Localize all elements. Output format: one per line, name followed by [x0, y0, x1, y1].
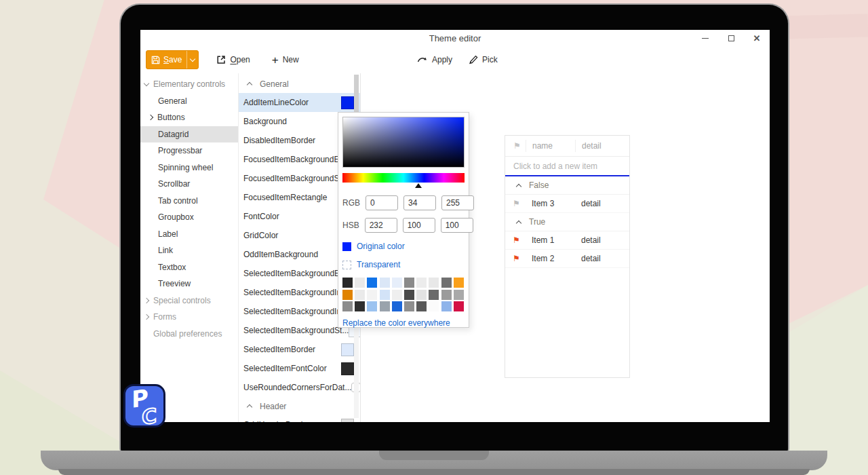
property-name: UseRoundedCornersForDat... — [243, 383, 351, 392]
chevron-up-icon — [516, 183, 521, 189]
palette-color-0-6[interactable] — [416, 278, 427, 288]
palette-color-2-1[interactable] — [355, 301, 365, 311]
replace-color-link[interactable]: Replace the color everywhere — [342, 318, 465, 328]
plus-icon: + — [272, 54, 279, 66]
hsb-s-field[interactable] — [403, 218, 435, 233]
sidebar-item-link[interactable]: Link — [140, 242, 238, 259]
property-row-selecteditemborder[interactable]: SelectedItemBorder — [239, 340, 360, 359]
palette-color-2-4[interactable] — [392, 301, 402, 311]
transparent-link[interactable]: Transparent — [357, 260, 400, 269]
apply-button[interactable]: Apply — [417, 55, 452, 64]
property-row-useroundedcornersfordat[interactable]: UseRoundedCornersForDat... — [239, 378, 360, 397]
property-row-gridheaderborder[interactable]: GridHeaderBorder — [239, 415, 360, 422]
palette-color-1-1[interactable] — [355, 290, 365, 300]
palette-color-1-6[interactable] — [416, 290, 427, 300]
hue-gradient-bar[interactable] — [342, 173, 465, 183]
property-section-header[interactable]: Header — [239, 397, 360, 415]
transparent-row[interactable]: Transparent — [342, 260, 465, 269]
property-color-swatch[interactable] — [341, 96, 354, 109]
hsb-b-field[interactable] — [441, 218, 473, 233]
property-color-swatch[interactable] — [341, 362, 354, 375]
palette-color-1-5[interactable] — [404, 290, 414, 300]
app-logo-icon: P C — [121, 382, 167, 430]
palette-color-0-2[interactable] — [367, 278, 377, 288]
property-row-additemlinecolor[interactable]: AddItemLineColor — [239, 93, 360, 112]
sidebar-item-progressbar[interactable]: Progressbar — [140, 142, 238, 159]
preview-item-item-2[interactable]: ⚑Item 2detail — [505, 250, 629, 268]
property-color-swatch[interactable] — [341, 343, 354, 356]
property-name: Background — [243, 117, 287, 126]
save-button[interactable]: Save — [146, 50, 199, 69]
sidebar-item-tab-control[interactable]: Tab control — [140, 193, 238, 210]
sidebar-item-scrollbar[interactable]: Scrollbar — [140, 176, 238, 193]
hue-marker-icon[interactable] — [415, 183, 422, 188]
palette-color-1-0[interactable] — [342, 290, 353, 300]
palette-color-2-6[interactable] — [416, 301, 427, 311]
maximize-button[interactable] — [726, 33, 736, 43]
sidebar-item-label: Forms — [153, 312, 176, 322]
palette-color-1-9[interactable] — [454, 290, 464, 300]
sidebar-item-label: Datagrid — [158, 130, 189, 139]
sidebar-item-datagrid[interactable]: Datagrid — [140, 126, 238, 143]
group-header-true[interactable]: True — [505, 213, 629, 231]
palette-color-0-1[interactable] — [355, 278, 365, 288]
palette-color-1-2[interactable] — [367, 290, 377, 300]
property-row-selecteditemfontcolor[interactable]: SelectedItemFontColor — [239, 359, 360, 378]
palette-color-1-7[interactable] — [429, 290, 439, 300]
open-icon — [216, 55, 226, 64]
property-name: AddItemLineColor — [243, 98, 309, 107]
palette-color-0-9[interactable] — [454, 278, 464, 288]
rgb-r-field[interactable] — [366, 195, 398, 210]
sidebar-item-label: Groupbox — [158, 212, 194, 222]
sidebar-item-buttons[interactable]: Buttons — [140, 109, 238, 126]
property-section-general[interactable]: General — [239, 75, 360, 93]
palette-color-2-2[interactable] — [367, 301, 377, 311]
palette-color-0-5[interactable] — [404, 278, 414, 288]
rgb-b-field[interactable] — [441, 195, 474, 210]
sidebar-item-global-preferences[interactable]: Global preferences — [140, 326, 238, 343]
minimize-button[interactable] — [701, 33, 710, 43]
palette-color-0-8[interactable] — [441, 278, 452, 288]
save-icon — [151, 56, 160, 64]
original-color-link[interactable]: Original color — [357, 242, 405, 251]
hsb-h-field[interactable] — [365, 218, 397, 233]
sidebar-item-forms[interactable]: Forms — [140, 309, 238, 326]
hue-slider[interactable] — [342, 173, 465, 188]
property-color-swatch[interactable] — [341, 419, 354, 423]
new-button[interactable]: + New — [272, 54, 299, 66]
close-button[interactable]: ✕ — [752, 33, 762, 43]
palette-color-2-8[interactable] — [441, 301, 452, 311]
save-label: Save — [163, 55, 182, 64]
original-color-row[interactable]: Original color — [342, 242, 465, 251]
palette-color-0-4[interactable] — [392, 278, 402, 288]
palette-color-0-3[interactable] — [380, 278, 390, 288]
pick-button[interactable]: Pick — [469, 55, 498, 64]
sidebar-item-groupbox[interactable]: Groupbox — [140, 209, 238, 226]
preview-item-item-1[interactable]: ⚑Item 1detail — [505, 231, 629, 250]
sidebar-item-label[interactable]: Label — [140, 226, 238, 243]
palette-color-2-9[interactable] — [454, 301, 464, 311]
group-header-false[interactable]: False — [505, 176, 629, 195]
rgb-g-field[interactable] — [403, 195, 436, 210]
palette-color-2-3[interactable] — [380, 301, 390, 311]
palette-color-2-5[interactable] — [404, 301, 414, 311]
palette-color-1-8[interactable] — [441, 290, 452, 300]
sidebar-item-textbox[interactable]: Textbox — [140, 259, 238, 276]
palette-color-1-3[interactable] — [380, 290, 390, 300]
add-new-item-row[interactable]: Click to add a new item — [505, 157, 629, 176]
palette-color-0-7[interactable] — [429, 278, 439, 288]
saturation-brightness-field[interactable] — [342, 117, 465, 168]
preview-item-item-3[interactable]: ⚑Item 3detail — [505, 195, 629, 213]
sidebar-item-treeview[interactable]: Treeview — [140, 276, 238, 292]
sidebar-item-special-controls[interactable]: Special controls — [140, 292, 238, 309]
title-bar: Theme editor ✕ — [140, 30, 770, 46]
palette-color-2-7[interactable] — [429, 301, 439, 311]
palette-color-1-4[interactable] — [392, 290, 402, 300]
sidebar-item-general[interactable]: General — [140, 93, 238, 110]
palette-color-0-0[interactable] — [342, 278, 353, 288]
sidebar-item-spinning-wheel[interactable]: Spinning wheel — [140, 159, 238, 176]
sidebar-item-elementary-controls[interactable]: Elementary controls — [140, 76, 238, 93]
palette-color-2-0[interactable] — [342, 301, 353, 311]
open-button[interactable]: Open — [216, 55, 250, 64]
save-dropdown-button[interactable] — [186, 50, 198, 69]
